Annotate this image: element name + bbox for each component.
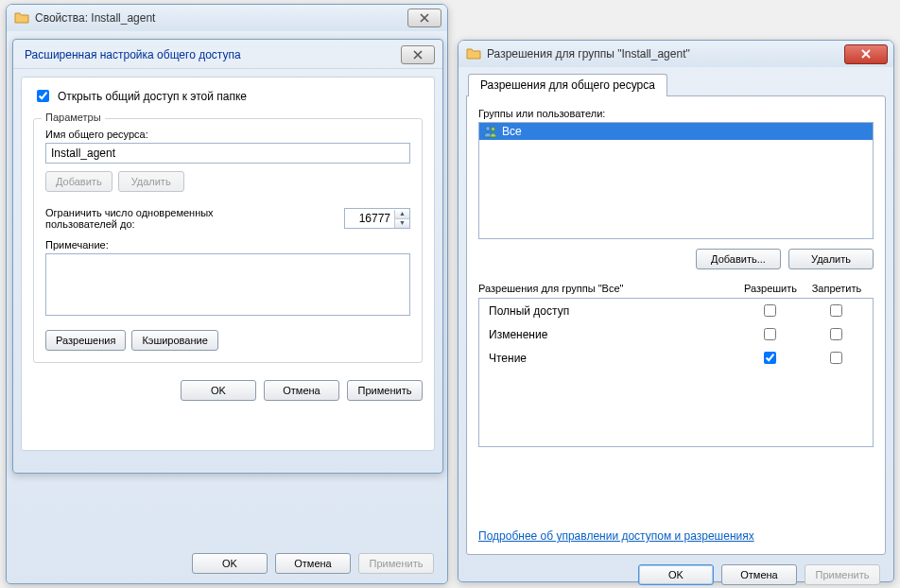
deny-change-checkbox[interactable] [830,328,842,340]
add-user-button[interactable]: Добавить... [696,249,781,269]
deny-read-checkbox[interactable] [830,352,842,364]
properties-titlebar[interactable]: Свойства: Install_agent [7,5,447,31]
properties-title: Свойства: Install_agent [35,11,407,25]
permissions-titlebar[interactable]: Разрешения для группы "Install_agent" [459,41,893,67]
share-name-label: Имя общего ресурса: [45,129,410,140]
groups-users-label: Группы или пользователи: [478,108,874,119]
cancel-button[interactable]: Отмена [721,564,797,585]
advanced-sharing-dialog: Расширенная настройка общего доступа Отк… [12,39,443,474]
note-label: Примечание: [45,239,410,251]
note-textarea[interactable] [45,253,410,316]
properties-window: Свойства: Install_agent Расширенная наст… [6,4,448,584]
permissions-for-label: Разрешения для группы "Все" [478,283,737,294]
ok-button[interactable]: OK [192,553,268,574]
allow-change-checkbox[interactable] [764,328,776,340]
apply-button[interactable]: Применить [805,564,880,585]
add-share-button[interactable]: Добавить [45,171,112,192]
spinner-up[interactable]: ▲ [395,210,409,218]
folder-icon [466,46,481,61]
permissions-button[interactable]: Разрешения [45,330,126,351]
tab-share-permissions[interactable]: Разрешения для общего ресурса [468,74,667,96]
share-folder-checkbox[interactable] [37,90,49,102]
svg-point-0 [486,127,491,131]
advanced-sharing-body: Открыть общий доступ к этой папке Параме… [21,77,435,451]
cancel-button[interactable]: Отмена [264,380,339,401]
users-listbox[interactable]: Все [478,122,874,239]
table-row: Изменение [479,322,873,346]
permissions-title: Разрешения для группы "Install_agent" [487,47,844,61]
column-allow: Разрешить [737,283,804,294]
cancel-button[interactable]: Отмена [275,553,351,574]
user-limit-input[interactable] [345,210,394,227]
share-folder-checkbox-row: Открыть общий доступ к этой папке [33,87,423,105]
list-item[interactable]: Все [479,123,873,140]
folder-icon [14,10,29,26]
parameters-group: Параметры Имя общего ресурса: Добавить У… [33,118,423,363]
advanced-sharing-title: Расширенная настройка общего доступа [25,48,241,61]
close-button[interactable] [407,9,441,27]
table-row: Чтение [479,346,873,370]
apply-button[interactable]: Применить [358,553,434,574]
ok-button[interactable]: OK [638,564,714,585]
permissions-window: Разрешения для группы "Install_agent" Ра… [458,40,894,582]
learn-more-link[interactable]: Подробнее об управлении доступом и разре… [478,529,754,543]
share-name-input[interactable] [45,143,410,164]
advanced-sharing-titlebar[interactable]: Расширенная настройка общего доступа [13,40,442,69]
user-limit-spinner[interactable]: ▲ ▼ [344,208,410,229]
close-button[interactable] [844,44,888,64]
close-button[interactable] [401,45,435,64]
spinner-down[interactable]: ▼ [395,218,409,228]
user-item-label: Все [502,125,522,138]
remove-share-button[interactable]: Удалить [118,171,184,192]
allow-read-checkbox[interactable] [764,352,776,364]
share-folder-label: Открыть общий доступ к этой папке [58,90,247,103]
ok-button[interactable]: OK [181,380,256,401]
apply-button[interactable]: Применить [347,380,423,401]
parameters-legend: Параметры [42,112,105,123]
users-group-icon [483,125,498,138]
permissions-tab-body: Группы или пользователи: Все Добавить...… [466,95,886,555]
allow-full-access-checkbox[interactable] [764,304,776,317]
column-deny: Запретить [804,283,870,294]
svg-point-1 [492,128,495,131]
remove-user-button[interactable]: Удалить [788,249,874,269]
permissions-table: Полный доступ Изменение Чтение [478,298,874,447]
deny-full-access-checkbox[interactable] [830,304,842,317]
limit-users-label: Ограничить число одновременных пользоват… [45,207,214,230]
table-row: Полный доступ [479,299,873,322]
caching-button[interactable]: Кэширование [131,330,217,351]
